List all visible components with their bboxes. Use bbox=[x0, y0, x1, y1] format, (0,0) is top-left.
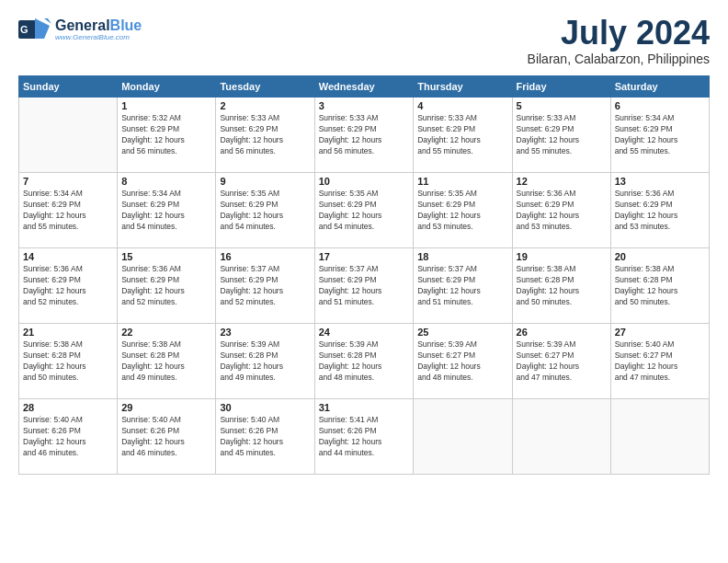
day-number: 2 bbox=[220, 100, 310, 111]
day-number: 28 bbox=[23, 402, 113, 413]
day-info: Sunrise: 5:35 AM Sunset: 6:29 PM Dayligh… bbox=[220, 189, 310, 233]
calendar-cell bbox=[610, 399, 709, 475]
location: Bilaran, Calabarzon, Philippines bbox=[528, 52, 710, 66]
day-info: Sunrise: 5:41 AM Sunset: 6:26 PM Dayligh… bbox=[319, 415, 409, 459]
day-number: 29 bbox=[121, 402, 211, 413]
calendar-cell bbox=[414, 399, 512, 475]
calendar-cell: 3Sunrise: 5:33 AM Sunset: 6:29 PM Daylig… bbox=[314, 98, 413, 173]
header-row: Sunday Monday Tuesday Wednesday Thursday… bbox=[19, 76, 710, 98]
day-number: 20 bbox=[615, 251, 705, 262]
day-number: 26 bbox=[517, 327, 607, 338]
day-number: 19 bbox=[517, 251, 607, 262]
svg-marker-2 bbox=[35, 18, 50, 39]
logo: G GeneralBlue www.GeneralBlue.com bbox=[18, 17, 142, 42]
day-info: Sunrise: 5:35 AM Sunset: 6:29 PM Dayligh… bbox=[319, 189, 409, 233]
day-info: Sunrise: 5:37 AM Sunset: 6:29 PM Dayligh… bbox=[220, 264, 310, 308]
calendar-cell: 10Sunrise: 5:35 AM Sunset: 6:29 PM Dayli… bbox=[314, 173, 413, 248]
calendar-cell: 28Sunrise: 5:40 AM Sunset: 6:26 PM Dayli… bbox=[19, 399, 118, 475]
day-number: 3 bbox=[319, 100, 409, 111]
week-row-3: 14Sunrise: 5:36 AM Sunset: 6:29 PM Dayli… bbox=[19, 248, 710, 324]
logo-name: GeneralBlue bbox=[55, 17, 142, 34]
calendar-cell: 16Sunrise: 5:37 AM Sunset: 6:29 PM Dayli… bbox=[216, 248, 314, 324]
day-info: Sunrise: 5:40 AM Sunset: 6:26 PM Dayligh… bbox=[220, 415, 310, 459]
day-number: 25 bbox=[417, 327, 507, 338]
day-number: 10 bbox=[319, 176, 409, 187]
month-title: July 2024 bbox=[528, 17, 710, 50]
calendar-table: Sunday Monday Tuesday Wednesday Thursday… bbox=[18, 75, 710, 475]
page: G GeneralBlue www.GeneralBlue.com July 2… bbox=[0, 0, 728, 563]
col-tuesday: Tuesday bbox=[216, 76, 314, 98]
calendar-cell: 25Sunrise: 5:39 AM Sunset: 6:27 PM Dayli… bbox=[414, 324, 512, 399]
day-number: 11 bbox=[417, 176, 507, 187]
day-info: Sunrise: 5:37 AM Sunset: 6:29 PM Dayligh… bbox=[319, 264, 409, 308]
calendar-cell: 14Sunrise: 5:36 AM Sunset: 6:29 PM Dayli… bbox=[19, 248, 118, 324]
day-info: Sunrise: 5:34 AM Sunset: 6:29 PM Dayligh… bbox=[23, 189, 113, 233]
day-info: Sunrise: 5:33 AM Sunset: 6:29 PM Dayligh… bbox=[220, 113, 310, 157]
week-row-5: 28Sunrise: 5:40 AM Sunset: 6:26 PM Dayli… bbox=[19, 399, 710, 475]
day-info: Sunrise: 5:35 AM Sunset: 6:29 PM Dayligh… bbox=[417, 189, 507, 233]
day-info: Sunrise: 5:36 AM Sunset: 6:29 PM Dayligh… bbox=[615, 189, 705, 233]
day-number: 16 bbox=[220, 251, 310, 262]
col-thursday: Thursday bbox=[414, 76, 512, 98]
calendar-cell: 15Sunrise: 5:36 AM Sunset: 6:29 PM Dayli… bbox=[118, 248, 216, 324]
calendar-cell: 27Sunrise: 5:40 AM Sunset: 6:27 PM Dayli… bbox=[610, 324, 709, 399]
calendar-cell: 4Sunrise: 5:33 AM Sunset: 6:29 PM Daylig… bbox=[414, 98, 512, 173]
day-info: Sunrise: 5:39 AM Sunset: 6:28 PM Dayligh… bbox=[319, 339, 409, 384]
calendar-cell: 12Sunrise: 5:36 AM Sunset: 6:29 PM Dayli… bbox=[512, 173, 610, 248]
calendar-cell: 21Sunrise: 5:38 AM Sunset: 6:28 PM Dayli… bbox=[19, 324, 118, 399]
calendar-cell: 17Sunrise: 5:37 AM Sunset: 6:29 PM Dayli… bbox=[314, 248, 413, 324]
week-row-4: 21Sunrise: 5:38 AM Sunset: 6:28 PM Dayli… bbox=[19, 324, 710, 399]
day-info: Sunrise: 5:40 AM Sunset: 6:26 PM Dayligh… bbox=[121, 415, 211, 459]
calendar-cell: 31Sunrise: 5:41 AM Sunset: 6:26 PM Dayli… bbox=[314, 399, 413, 475]
day-info: Sunrise: 5:34 AM Sunset: 6:29 PM Dayligh… bbox=[121, 189, 211, 233]
calendar-cell: 29Sunrise: 5:40 AM Sunset: 6:26 PM Dayli… bbox=[118, 399, 216, 475]
day-info: Sunrise: 5:36 AM Sunset: 6:29 PM Dayligh… bbox=[23, 264, 113, 308]
calendar-cell: 8Sunrise: 5:34 AM Sunset: 6:29 PM Daylig… bbox=[118, 173, 216, 248]
day-number: 21 bbox=[23, 327, 113, 338]
day-number: 6 bbox=[615, 100, 705, 111]
day-info: Sunrise: 5:36 AM Sunset: 6:29 PM Dayligh… bbox=[517, 189, 607, 233]
day-number: 18 bbox=[417, 251, 507, 262]
day-number: 7 bbox=[23, 176, 113, 187]
day-info: Sunrise: 5:38 AM Sunset: 6:28 PM Dayligh… bbox=[517, 264, 607, 308]
day-number: 22 bbox=[121, 327, 211, 338]
day-info: Sunrise: 5:38 AM Sunset: 6:28 PM Dayligh… bbox=[121, 339, 211, 384]
day-info: Sunrise: 5:32 AM Sunset: 6:29 PM Dayligh… bbox=[121, 113, 211, 157]
day-info: Sunrise: 5:34 AM Sunset: 6:29 PM Dayligh… bbox=[615, 113, 705, 157]
col-saturday: Saturday bbox=[610, 76, 709, 98]
day-number: 8 bbox=[121, 176, 211, 187]
day-info: Sunrise: 5:39 AM Sunset: 6:27 PM Dayligh… bbox=[517, 339, 607, 384]
day-number: 14 bbox=[23, 251, 113, 262]
col-monday: Monday bbox=[118, 76, 216, 98]
col-wednesday: Wednesday bbox=[314, 76, 413, 98]
day-number: 12 bbox=[517, 176, 607, 187]
calendar-cell: 30Sunrise: 5:40 AM Sunset: 6:26 PM Dayli… bbox=[216, 399, 314, 475]
logo-tagline: www.GeneralBlue.com bbox=[55, 33, 142, 41]
day-number: 24 bbox=[319, 327, 409, 338]
day-info: Sunrise: 5:33 AM Sunset: 6:29 PM Dayligh… bbox=[319, 113, 409, 157]
week-row-2: 7Sunrise: 5:34 AM Sunset: 6:29 PM Daylig… bbox=[19, 173, 710, 248]
calendar-cell: 20Sunrise: 5:38 AM Sunset: 6:28 PM Dayli… bbox=[610, 248, 709, 324]
day-number: 5 bbox=[517, 100, 607, 111]
calendar-cell: 18Sunrise: 5:37 AM Sunset: 6:29 PM Dayli… bbox=[414, 248, 512, 324]
calendar-cell bbox=[19, 98, 118, 173]
col-friday: Friday bbox=[512, 76, 610, 98]
day-number: 31 bbox=[319, 402, 409, 413]
day-info: Sunrise: 5:38 AM Sunset: 6:28 PM Dayligh… bbox=[615, 264, 705, 308]
day-info: Sunrise: 5:36 AM Sunset: 6:29 PM Dayligh… bbox=[121, 264, 211, 308]
day-info: Sunrise: 5:39 AM Sunset: 6:28 PM Dayligh… bbox=[220, 339, 310, 384]
day-number: 4 bbox=[417, 100, 507, 111]
calendar-cell: 9Sunrise: 5:35 AM Sunset: 6:29 PM Daylig… bbox=[216, 173, 314, 248]
calendar-cell: 22Sunrise: 5:38 AM Sunset: 6:28 PM Dayli… bbox=[118, 324, 216, 399]
day-info: Sunrise: 5:40 AM Sunset: 6:27 PM Dayligh… bbox=[615, 339, 705, 384]
logo-icon: G bbox=[18, 17, 51, 42]
day-number: 27 bbox=[615, 327, 705, 338]
week-row-1: 1Sunrise: 5:32 AM Sunset: 6:29 PM Daylig… bbox=[19, 98, 710, 173]
calendar-cell: 7Sunrise: 5:34 AM Sunset: 6:29 PM Daylig… bbox=[19, 173, 118, 248]
header: G GeneralBlue www.GeneralBlue.com July 2… bbox=[18, 17, 710, 66]
calendar-cell: 26Sunrise: 5:39 AM Sunset: 6:27 PM Dayli… bbox=[512, 324, 610, 399]
calendar-cell: 11Sunrise: 5:35 AM Sunset: 6:29 PM Dayli… bbox=[414, 173, 512, 248]
day-info: Sunrise: 5:38 AM Sunset: 6:28 PM Dayligh… bbox=[23, 339, 113, 384]
day-info: Sunrise: 5:33 AM Sunset: 6:29 PM Dayligh… bbox=[417, 113, 507, 157]
calendar-cell: 1Sunrise: 5:32 AM Sunset: 6:29 PM Daylig… bbox=[118, 98, 216, 173]
